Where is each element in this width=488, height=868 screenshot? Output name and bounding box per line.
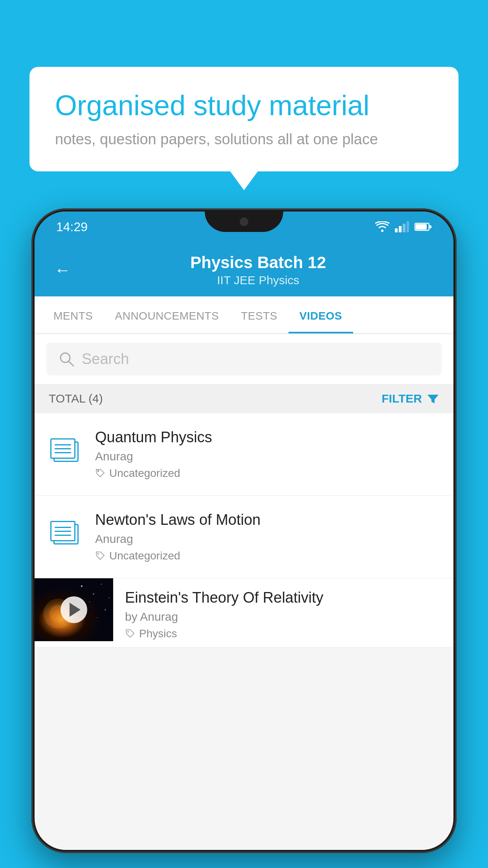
header-title-block: Physics Batch 12 IIT JEE Physics	[83, 253, 434, 287]
svg-rect-6	[429, 225, 431, 228]
svg-line-9	[69, 361, 73, 366]
filter-label: FILTER	[382, 392, 422, 405]
item-info-newton: Newton's Laws of Motion Anurag Uncategor…	[95, 511, 439, 562]
phone-screen: 14:29	[35, 211, 453, 850]
tag-icon	[95, 468, 105, 478]
back-button[interactable]: ←	[54, 261, 71, 280]
svg-point-22	[127, 631, 129, 633]
status-time: 14:29	[56, 220, 88, 234]
item-author: Anurag	[95, 450, 439, 463]
tab-tests[interactable]: TESTS	[230, 296, 288, 333]
folder-icon-newton	[49, 511, 83, 546]
play-triangle-icon	[70, 603, 81, 617]
svg-rect-1	[395, 228, 398, 232]
battery-icon	[415, 222, 432, 232]
svg-point-11	[97, 553, 99, 555]
svg-point-10	[97, 471, 99, 472]
wifi-icon	[375, 221, 389, 232]
tag-label: Uncategorized	[109, 467, 180, 480]
search-placeholder[interactable]: Search	[82, 351, 129, 368]
bubble-subtitle: notes, question papers, solutions all at…	[55, 131, 433, 148]
svg-point-16	[93, 594, 94, 595]
content-list: Quantum Physics Anurag Uncategorized	[35, 413, 453, 647]
tag-icon	[125, 629, 135, 639]
tab-ments[interactable]: MENTS	[42, 296, 104, 333]
svg-rect-3	[403, 224, 405, 232]
total-count: TOTAL (4)	[49, 392, 103, 405]
tabs-bar: MENTS ANNOUNCEMENTS TESTS VIDEOS	[35, 296, 453, 334]
folder-icon-quantum	[49, 429, 83, 463]
search-bar[interactable]: Search	[46, 343, 442, 375]
status-icons	[375, 221, 432, 232]
filter-button[interactable]: FILTER	[382, 392, 439, 405]
filter-icon	[427, 392, 439, 405]
thumbnail-bg	[35, 578, 113, 641]
page-title: Physics Batch 12	[83, 253, 434, 272]
item-title: Newton's Laws of Motion	[95, 511, 439, 528]
tag-label: Uncategorized	[109, 550, 180, 562]
bubble-title: Organised study material	[55, 88, 433, 122]
page-subtitle: IIT JEE Physics	[83, 274, 434, 287]
svg-point-15	[81, 585, 83, 587]
svg-point-0	[381, 230, 383, 232]
list-item[interactable]: Quantum Physics Anurag Uncategorized	[35, 413, 453, 496]
list-item[interactable]: Einstein's Theory Of Relativity by Anura…	[35, 578, 453, 647]
item-tag: Uncategorized	[95, 550, 439, 562]
search-container: Search	[35, 334, 453, 384]
list-item[interactable]: Newton's Laws of Motion Anurag Uncategor…	[35, 496, 453, 578]
item-tag: Uncategorized	[95, 467, 439, 480]
tab-announcements[interactable]: ANNOUNCEMENTS	[104, 296, 230, 333]
item-title: Einstein's Theory Of Relativity	[125, 589, 439, 606]
tag-label: Physics	[139, 627, 177, 640]
item-info-quantum: Quantum Physics Anurag Uncategorized	[95, 429, 439, 480]
svg-point-18	[89, 601, 90, 602]
svg-point-20	[97, 617, 98, 618]
tab-videos[interactable]: VIDEOS	[288, 296, 353, 333]
item-info-einstein: Einstein's Theory Of Relativity by Anura…	[113, 578, 439, 647]
signal-icon	[395, 221, 409, 232]
app-header: ← Physics Batch 12 IIT JEE Physics	[35, 242, 453, 296]
item-title: Quantum Physics	[95, 429, 439, 446]
svg-point-19	[105, 609, 106, 611]
item-author: Anurag	[95, 532, 439, 546]
svg-point-21	[109, 598, 110, 598]
svg-rect-4	[407, 221, 409, 232]
phone-frame: 14:29	[31, 208, 457, 853]
svg-rect-7	[416, 224, 427, 230]
status-bar: 14:29	[35, 211, 453, 242]
search-icon	[59, 351, 75, 367]
notch	[205, 211, 283, 232]
svg-point-17	[101, 584, 102, 585]
play-button[interactable]	[61, 596, 87, 623]
svg-rect-2	[399, 226, 402, 232]
speech-bubble: Organised study material notes, question…	[29, 67, 459, 171]
item-tag: Physics	[125, 627, 439, 640]
item-author: by Anurag	[125, 610, 439, 623]
filter-bar: TOTAL (4) FILTER	[35, 384, 453, 413]
video-thumbnail	[35, 578, 113, 641]
tag-icon	[95, 551, 105, 561]
camera-dot	[240, 217, 248, 226]
